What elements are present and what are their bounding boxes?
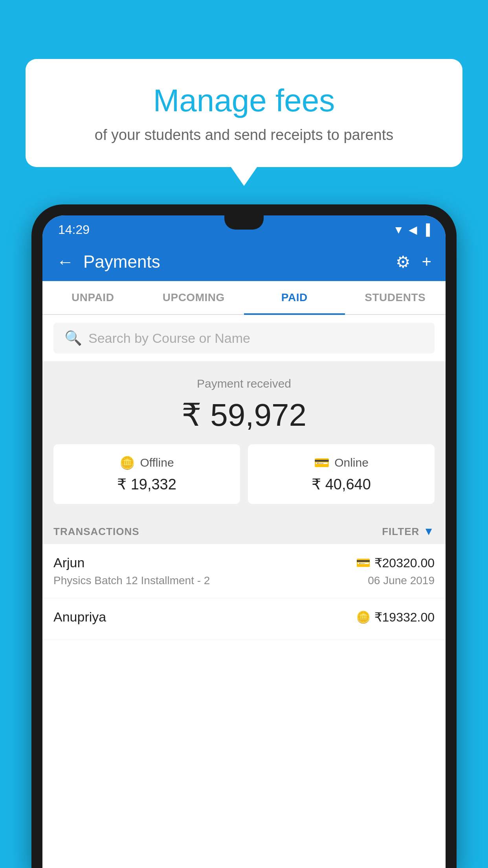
search-bar[interactable]: 🔍 Search by Course or Name <box>53 323 435 353</box>
filter-button[interactable]: FILTER ▼ <box>382 525 435 538</box>
phone-notch <box>224 215 264 230</box>
status-time: 14:29 <box>58 223 90 237</box>
header-title: Payments <box>83 252 396 272</box>
online-card: 💳 Online ₹ 40,640 <box>248 444 435 504</box>
transaction-amount: ₹19332.00 <box>374 610 435 625</box>
transaction-row1: Anupriya 🪙 ₹19332.00 <box>53 609 435 625</box>
tab-students[interactable]: STUDENTS <box>345 281 446 314</box>
speech-bubble-container: Manage fees of your students and send re… <box>26 59 462 167</box>
search-container: 🔍 Search by Course or Name <box>42 315 446 361</box>
tab-paid[interactable]: PAID <box>244 281 345 314</box>
offline-card-header: 🪙 Offline <box>63 455 231 470</box>
transaction-row2: Physics Batch 12 Installment - 2 06 June… <box>53 574 435 587</box>
app-header: ← Payments ⚙ + <box>42 243 446 281</box>
transaction-date: 06 June 2019 <box>368 574 435 587</box>
transaction-item[interactable]: Anupriya 🪙 ₹19332.00 <box>42 598 446 640</box>
transaction-course: Physics Batch 12 Installment - 2 <box>53 574 210 587</box>
payment-received-section: Payment received ₹ 59,972 🪙 Offline ₹ 19… <box>42 361 446 516</box>
card-icon: 💳 <box>356 556 371 570</box>
signal-icon: ◀ <box>409 223 417 236</box>
phone-frame: 14:29 ▼ ◀ ▐ ← Payments ⚙ + UNPAID UPCOMI… <box>31 204 457 868</box>
tab-upcoming[interactable]: UPCOMING <box>143 281 244 314</box>
offline-card: 🪙 Offline ₹ 19,332 <box>53 444 240 504</box>
payment-cards: 🪙 Offline ₹ 19,332 💳 Online ₹ 40,640 <box>53 444 435 504</box>
phone-screen: 14:29 ▼ ◀ ▐ ← Payments ⚙ + UNPAID UPCOMI… <box>42 215 446 868</box>
search-icon: 🔍 <box>64 330 82 346</box>
wifi-icon: ▼ <box>393 224 404 236</box>
speech-bubble: Manage fees of your students and send re… <box>26 59 462 167</box>
tabs-bar: UNPAID UPCOMING PAID STUDENTS <box>42 281 446 315</box>
offline-label: Offline <box>140 456 174 469</box>
online-icon: 💳 <box>314 455 330 470</box>
offline-amount: ₹ 19,332 <box>63 476 231 493</box>
back-button[interactable]: ← <box>57 252 74 272</box>
transaction-name: Arjun <box>53 555 84 570</box>
offline-icon: 🪙 <box>119 455 135 470</box>
transaction-name: Anupriya <box>53 609 106 625</box>
status-icons: ▼ ◀ ▐ <box>393 223 430 236</box>
tab-unpaid[interactable]: UNPAID <box>42 281 143 314</box>
bubble-subtitle: of your students and send receipts to pa… <box>57 127 431 143</box>
settings-icon[interactable]: ⚙ <box>396 252 411 272</box>
payment-label: Payment received <box>53 377 435 390</box>
payment-amount: ₹ 59,972 <box>53 397 435 433</box>
online-amount: ₹ 40,640 <box>257 476 425 493</box>
battery-icon: ▐ <box>422 224 430 236</box>
offline-icon: 🪙 <box>356 610 371 624</box>
filter-label: FILTER <box>382 526 419 538</box>
online-label: Online <box>334 456 369 469</box>
transactions-header: TRANSACTIONS FILTER ▼ <box>42 516 446 544</box>
online-card-header: 💳 Online <box>257 455 425 470</box>
transaction-amount-wrap: 🪙 ₹19332.00 <box>356 610 435 625</box>
transaction-row1: Arjun 💳 ₹20320.00 <box>53 555 435 570</box>
transaction-amount-wrap: 💳 ₹20320.00 <box>356 555 435 570</box>
search-placeholder: Search by Course or Name <box>88 331 250 346</box>
transaction-amount: ₹20320.00 <box>374 555 435 570</box>
transaction-item[interactable]: Arjun 💳 ₹20320.00 Physics Batch 12 Insta… <box>42 544 446 598</box>
transactions-label: TRANSACTIONS <box>53 526 139 538</box>
header-icons: ⚙ + <box>396 252 431 272</box>
bubble-title: Manage fees <box>57 83 431 119</box>
add-icon[interactable]: + <box>422 252 431 271</box>
filter-icon: ▼ <box>423 525 435 538</box>
transactions-list: Arjun 💳 ₹20320.00 Physics Batch 12 Insta… <box>42 544 446 868</box>
